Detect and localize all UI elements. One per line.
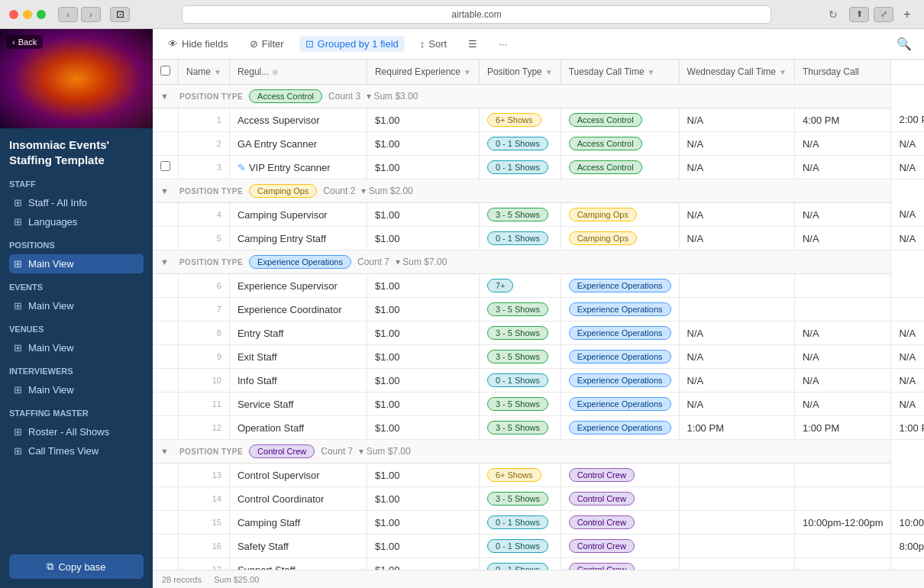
row-regular: $1.00 <box>367 535 479 558</box>
edit-icon[interactable]: ✎ <box>237 162 246 173</box>
close-button[interactable] <box>9 10 18 19</box>
exp-badge: 0 - 1 Shows <box>487 563 548 570</box>
row-thursday: 1:00 PM <box>891 416 924 440</box>
new-tab-button[interactable]: + <box>900 7 915 22</box>
events-section-label: Events <box>9 283 144 292</box>
table-row[interactable]: 4 Camping Supervisor $1.00 3 - 5 Shows C… <box>153 203 924 227</box>
exp-badge: 0 - 1 Shows <box>487 373 548 387</box>
row-regular: $1.00 <box>367 416 479 440</box>
collapse-icon[interactable]: ▼ <box>160 186 169 195</box>
table-container[interactable]: Name▼ Regul...⊕ Required Experience▼ Pos… <box>153 60 924 570</box>
staffing-master-section-label: Staffing Master <box>9 409 144 418</box>
row-checkbox-cell <box>153 558 179 570</box>
row-checkbox-cell <box>153 393 179 416</box>
row-height-button[interactable]: ☰ <box>462 35 483 53</box>
group-header-row: ▼ POSITION TYPE Access Control Count 3 ▾… <box>153 85 924 108</box>
sort-button[interactable]: ↕ Sort <box>414 35 453 53</box>
venues-main-label: Main View <box>28 342 74 354</box>
thursday-col-label: Thursday Call <box>803 66 859 77</box>
row-name: Entry Staff <box>229 321 367 345</box>
window-chrome: ‹ › ⊡ airtable.com ↻ ⬆ ⤢ + <box>0 0 924 29</box>
toolbar: 👁 Hide fields ⊘ Filter ⊡ Grouped by 1 fi… <box>153 29 924 60</box>
sidebar-item-roster-shows[interactable]: ⊞ Roster - All Shows <box>9 422 144 441</box>
sidebar-item-events-main[interactable]: ⊞ Main View <box>9 296 144 315</box>
row-number: 14 <box>179 487 230 511</box>
row-regular: $1.00 <box>367 227 479 250</box>
row-checkbox[interactable] <box>160 161 170 171</box>
fullscreen-button[interactable]: ⤢ <box>874 7 893 22</box>
row-exp: 6+ Shows <box>479 108 561 132</box>
table-row[interactable]: 1 Access Supervisor $1.00 6+ Shows Acces… <box>153 108 924 132</box>
address-bar[interactable]: airtable.com <box>182 5 771 24</box>
sidebar-item-staff-all-info[interactable]: ⊞ Staff - All Info <box>9 193 144 212</box>
row-tuesday: 1:00 PM <box>679 416 794 440</box>
sidebar-item-interviewers-main[interactable]: ⊞ Main View <box>9 380 144 399</box>
more-options-button[interactable]: ··· <box>493 35 513 53</box>
table-row[interactable]: 3 ✎VIP Entry Scanner $1.00 0 - 1 Shows A… <box>153 156 924 179</box>
events-main-label: Main View <box>28 300 74 312</box>
table-row[interactable]: 11 Service Staff $1.00 3 - 5 Shows Exper… <box>153 393 924 416</box>
hide-fields-button[interactable]: 👁 Hide fields <box>162 35 234 53</box>
row-checkbox-cell <box>153 464 179 487</box>
collapse-icon[interactable]: ▼ <box>160 447 169 456</box>
minimize-button[interactable] <box>23 10 32 19</box>
back-label: Back <box>18 37 37 47</box>
select-all-checkbox[interactable] <box>160 66 170 76</box>
exp-badge: 3 - 5 Shows <box>487 326 548 340</box>
table-row[interactable]: 14 Control Coordinator $1.00 3 - 5 Shows… <box>153 487 924 511</box>
row-position: Control Crew <box>561 487 679 511</box>
row-position: Experience Operations <box>561 274 679 298</box>
table-row[interactable]: 5 Camping Entry Staff $1.00 0 - 1 Shows … <box>153 227 924 250</box>
filter-button[interactable]: ⊘ Filter <box>244 35 290 53</box>
th-required-exp: Required Experience▼ <box>367 60 479 85</box>
table-row[interactable]: 17 Support Staff $1.00 0 - 1 Shows Contr… <box>153 558 924 570</box>
reload-button[interactable]: ↻ <box>823 7 843 22</box>
table-row[interactable]: 13 Control Supervisor $1.00 6+ Shows Con… <box>153 464 924 487</box>
table-row[interactable]: 8 Entry Staff $1.00 3 - 5 Shows Experien… <box>153 321 924 345</box>
row-tuesday <box>679 298 794 321</box>
row-exp: 3 - 5 Shows <box>479 393 561 416</box>
share-button[interactable]: ⬆ <box>849 7 869 22</box>
grouped-by-button[interactable]: ⊡ Grouped by 1 field <box>299 36 405 52</box>
row-wednesday: N/A <box>794 227 891 250</box>
staff-section-label: Staff <box>9 179 144 189</box>
sidebar-item-venues-main[interactable]: ⊞ Main View <box>9 338 144 357</box>
back-button[interactable]: ‹ Back <box>6 35 43 49</box>
table-row[interactable]: 7 Experience Coordinator $1.00 3 - 5 Sho… <box>153 298 924 321</box>
pos-badge: Control Crew <box>569 515 635 529</box>
row-wednesday <box>794 464 891 487</box>
table-row[interactable]: 6 Experience Supervisor $1.00 7+ Experie… <box>153 274 924 298</box>
collapse-icon[interactable]: ▼ <box>160 257 169 267</box>
exp-badge: 6+ Shows <box>487 113 541 127</box>
exp-badge: 3 - 5 Shows <box>487 492 548 506</box>
row-position: Control Crew <box>561 511 679 535</box>
row-exp: 6+ Shows <box>479 464 561 487</box>
grid-icon: ⊞ <box>14 445 22 457</box>
regular-col-label: Regul... <box>237 66 269 77</box>
search-button[interactable]: 🔍 <box>893 34 915 54</box>
table-row[interactable]: 15 Camping Staff $1.00 0 - 1 Shows Contr… <box>153 511 924 535</box>
forward-nav-button[interactable]: › <box>81 7 101 22</box>
collapse-icon[interactable]: ▼ <box>160 92 169 101</box>
sidebar-item-positions-main[interactable]: ⊞ Main View <box>9 254 144 273</box>
row-tuesday: N/A <box>679 345 794 369</box>
sidebar-item-languages[interactable]: ⊞ Languages <box>9 212 144 231</box>
row-exp: 3 - 5 Shows <box>479 321 561 345</box>
back-nav-button[interactable]: ‹ <box>58 7 78 22</box>
copy-base-button[interactable]: ⧉ Copy base <box>9 554 144 579</box>
table-row[interactable]: 9 Exit Staff $1.00 3 - 5 Shows Experienc… <box>153 345 924 369</box>
table-row[interactable]: 2 GA Entry Scanner $1.00 0 - 1 Shows Acc… <box>153 132 924 156</box>
sidebar-toggle-button[interactable]: ⊡ <box>110 7 130 22</box>
group-sum: ▾ Sum $2.00 <box>361 186 412 196</box>
sidebar-item-call-times[interactable]: ⊞ Call Times View <box>9 441 144 460</box>
table-row[interactable]: 16 Safety Staff $1.00 0 - 1 Shows Contro… <box>153 535 924 558</box>
row-tuesday: N/A <box>679 321 794 345</box>
row-wednesday: N/A <box>794 345 891 369</box>
row-number: 17 <box>179 558 230 570</box>
row-regular: $1.00 <box>367 321 479 345</box>
maximize-button[interactable] <box>37 10 46 19</box>
table-row[interactable]: 12 Operation Staff $1.00 3 - 5 Shows Exp… <box>153 416 924 440</box>
table-row[interactable]: 10 Info Staff $1.00 0 - 1 Shows Experien… <box>153 369 924 393</box>
row-checkbox-cell <box>153 345 179 369</box>
eye-icon: 👁 <box>168 38 178 50</box>
